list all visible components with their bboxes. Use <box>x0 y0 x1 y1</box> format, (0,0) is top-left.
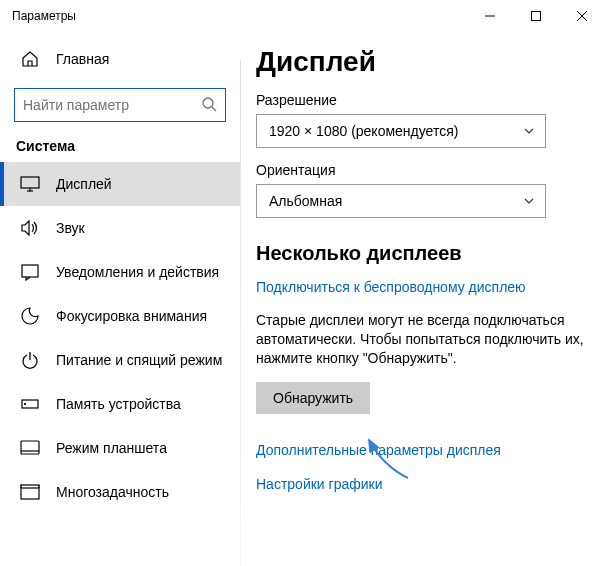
sidebar-item-display[interactable]: Дисплей <box>0 162 240 206</box>
maximize-button[interactable] <box>513 0 559 32</box>
sidebar-item-label: Многозадачность <box>56 484 169 500</box>
tablet-icon <box>20 440 40 456</box>
close-button[interactable] <box>559 0 605 32</box>
sidebar-item-label: Питание и спящий режим <box>56 352 222 368</box>
svg-rect-15 <box>21 485 39 499</box>
window-title: Параметры <box>12 9 76 23</box>
page-title: Дисплей <box>256 46 587 78</box>
sidebar-item-label: Память устройства <box>56 396 181 412</box>
sidebar-item-label: Звук <box>56 220 85 236</box>
sidebar-item-label: Режим планшета <box>56 440 167 456</box>
svg-rect-6 <box>21 177 39 188</box>
title-bar: Параметры <box>0 0 605 32</box>
search-box[interactable] <box>14 88 226 122</box>
section-header-system: Система <box>0 134 240 162</box>
detect-button[interactable]: Обнаружить <box>256 382 370 414</box>
sidebar-item-label: Уведомления и действия <box>56 264 219 280</box>
svg-rect-1 <box>532 12 541 21</box>
resolution-label: Разрешение <box>256 92 587 108</box>
sidebar-item-power[interactable]: Питание и спящий режим <box>0 338 240 382</box>
sound-icon <box>20 219 40 237</box>
graphics-settings-link[interactable]: Настройки графики <box>256 476 587 492</box>
multiple-displays-heading: Несколько дисплеев <box>256 242 587 265</box>
sidebar-item-focus[interactable]: Фокусировка внимания <box>0 294 240 338</box>
sidebar-item-notifications[interactable]: Уведомления и действия <box>0 250 240 294</box>
orientation-dropdown[interactable]: Альбомная <box>256 184 546 218</box>
detect-description: Старые дисплеи могут не всегда подключат… <box>256 311 586 368</box>
sidebar-item-label: Фокусировка внимания <box>56 308 207 324</box>
resolution-dropdown[interactable]: 1920 × 1080 (рекомендуется) <box>256 114 546 148</box>
window-controls <box>467 0 605 32</box>
orientation-label: Ориентация <box>256 162 587 178</box>
svg-line-5 <box>212 107 216 111</box>
orientation-value: Альбомная <box>269 193 342 209</box>
svg-rect-13 <box>21 441 39 454</box>
sidebar-item-storage[interactable]: Память устройства <box>0 382 240 426</box>
storage-icon <box>20 395 40 413</box>
svg-rect-9 <box>22 265 38 277</box>
minimize-button[interactable] <box>467 0 513 32</box>
sidebar-item-tablet[interactable]: Режим планшета <box>0 426 240 470</box>
sidebar-item-label: Дисплей <box>56 176 112 192</box>
connect-wireless-display-link[interactable]: Подключиться к беспроводному дисплею <box>256 279 526 295</box>
display-icon <box>20 176 40 192</box>
sidebar-item-multitask[interactable]: Многозадачность <box>0 470 240 514</box>
sidebar: Главная Система Дисплей <box>0 32 240 566</box>
home-nav[interactable]: Главная <box>0 40 240 78</box>
power-icon <box>20 351 40 369</box>
focus-icon <box>20 307 40 325</box>
notifications-icon <box>20 263 40 281</box>
chevron-down-icon <box>523 195 535 207</box>
chevron-down-icon <box>523 125 535 137</box>
advanced-display-settings-link[interactable]: Дополнительные параметры дисплея <box>256 442 587 458</box>
content-pane: Дисплей Разрешение 1920 × 1080 (рекоменд… <box>240 32 605 566</box>
home-label: Главная <box>56 51 109 67</box>
sidebar-item-sound[interactable]: Звук <box>0 206 240 250</box>
search-icon <box>201 96 217 115</box>
svg-point-12 <box>25 404 26 405</box>
resolution-value: 1920 × 1080 (рекомендуется) <box>269 123 458 139</box>
search-input[interactable] <box>23 97 201 113</box>
home-icon <box>20 50 40 68</box>
svg-point-4 <box>203 98 213 108</box>
multitask-icon <box>20 484 40 500</box>
